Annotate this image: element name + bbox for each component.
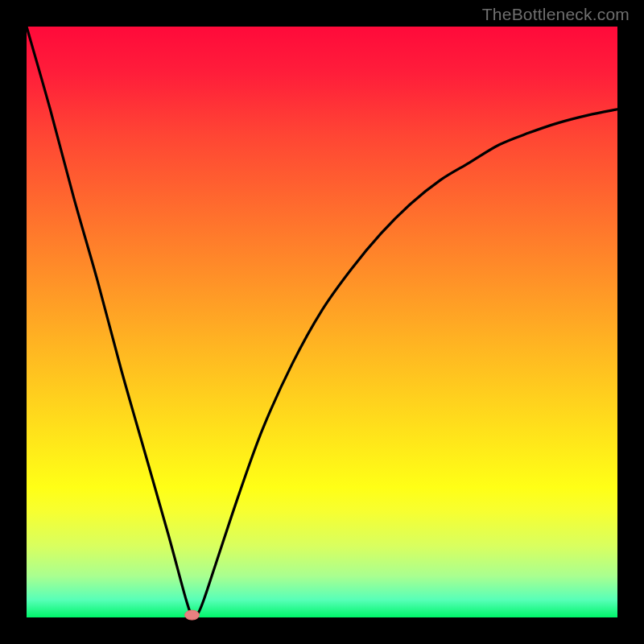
watermark-text: TheBottleneck.com xyxy=(482,5,630,24)
curve-layer xyxy=(27,27,617,617)
chart-frame: TheBottleneck.com xyxy=(0,0,644,644)
bottleneck-curve xyxy=(27,27,617,616)
plot-area xyxy=(27,27,617,617)
minimum-marker xyxy=(185,610,200,620)
